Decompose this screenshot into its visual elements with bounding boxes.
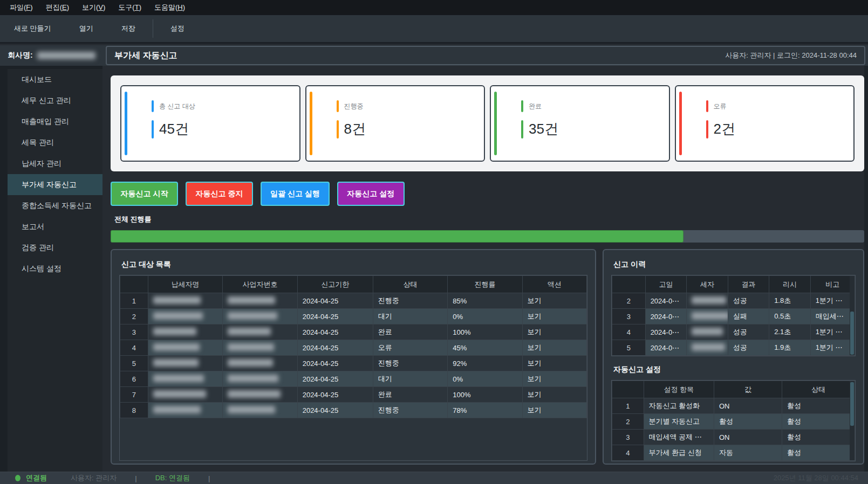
menu-item[interactable]: 파일(F) — [3, 0, 39, 15]
stat-accent-bar — [310, 92, 312, 155]
menu-item[interactable]: 편집(E) — [39, 0, 76, 15]
table-cell: 1.9초 — [769, 340, 811, 356]
table-cell: 2024-04-25 — [297, 340, 373, 356]
stat-value-tick — [706, 120, 708, 139]
row-number-cell: 4 — [612, 324, 646, 340]
redacted-cell — [148, 387, 222, 403]
action-button[interactable]: 자동신고 설정 — [337, 182, 405, 206]
redacted-cell — [148, 356, 222, 371]
toolbar-settings-button[interactable]: 설정 — [156, 15, 199, 42]
sidebar-item[interactable]: 세목 관리 — [8, 132, 102, 153]
table-row[interactable]: 22024-0⋯성공1.8초1분기 ⋯ — [612, 293, 855, 309]
history-table-scrollbar[interactable] — [850, 276, 855, 355]
sidebar-item[interactable]: 세무 신고 관리 — [8, 90, 102, 111]
window-scrollbar[interactable] — [864, 66, 868, 472]
stat-value: 45건 — [159, 120, 189, 139]
view-action-cell[interactable]: 보기 — [522, 324, 586, 340]
sidebar-item[interactable]: 검증 관리 — [8, 237, 102, 258]
table-header-cell: 상태 — [782, 381, 855, 398]
table-header-cell: 설정 항목 — [644, 381, 714, 398]
sidebar-item[interactable]: 보고서 — [8, 216, 102, 237]
table-cell: 2024-0⋯ — [645, 340, 687, 356]
table-cell: 92% — [448, 356, 522, 371]
user-login-info: 사용자: 관리자 | 로그인: 2024-11-28 00:44 — [725, 51, 857, 60]
sidebar-item[interactable]: 납세자 관리 — [8, 153, 102, 174]
table-row[interactable]: 72024-04-25완료100%보기 — [120, 387, 587, 403]
table-row[interactable]: 52024-0⋯성공1.9초1분기 ⋯ — [612, 340, 855, 356]
table-cell: 진행중 — [373, 403, 447, 418]
settings-table-scrollbar[interactable] — [850, 381, 855, 460]
view-action-cell[interactable]: 보기 — [522, 293, 586, 309]
redacted-cell — [223, 293, 297, 309]
row-number-cell: 2 — [120, 309, 148, 324]
status-bar: 연결됨 사용자: 관리자 | DB: 연결됨 | 2025년 11월 28일 0… — [0, 472, 868, 484]
table-header-cell: 결과 — [728, 276, 769, 293]
table-cell: 매입세액 공제 ⋯ — [644, 430, 714, 445]
table-row[interactable]: 32024-0⋯실패0.5초매입세⋯ — [612, 309, 855, 324]
sidebar-item[interactable]: 시스템 설정 — [8, 258, 102, 279]
toolbar-button[interactable]: 저장 — [107, 15, 149, 42]
redacted-cell — [148, 324, 222, 340]
view-action-cell[interactable]: 보기 — [522, 356, 586, 371]
table-row[interactable]: 4부가세 환급 신청자동활성 — [612, 445, 855, 461]
view-action-cell[interactable]: 보기 — [522, 371, 586, 387]
overall-progress-bar — [111, 230, 864, 243]
progress-label: 전체 진행률 — [114, 215, 152, 224]
redacted-cell — [148, 340, 222, 356]
table-header-cell: 값 — [714, 381, 782, 398]
menu-item[interactable]: 보기(V) — [76, 0, 112, 15]
status-db: DB: 연결됨 — [155, 473, 190, 483]
table-row[interactable]: 1자동신고 활성화ON활성 — [612, 398, 855, 414]
action-button[interactable]: 일괄 신고 실행 — [261, 182, 330, 206]
toolbar: 새로 만들기열기저장설정 — [0, 15, 868, 44]
toolbar-button[interactable]: 열기 — [65, 15, 107, 42]
view-action-cell[interactable]: 보기 — [522, 309, 586, 324]
view-action-cell[interactable]: 보기 — [522, 387, 586, 403]
table-row[interactable]: 52024-04-25진행중92%보기 — [120, 356, 587, 371]
redacted-text — [228, 359, 273, 367]
data-table: 설정 항목값상태1자동신고 활성화ON활성2분기별 자동신고활성활성3매입세액 … — [612, 381, 855, 461]
table-header-cell: 사업자번호 — [223, 276, 297, 293]
table-row[interactable]: 32024-04-25완료100%보기 — [120, 324, 587, 340]
table-cell: 2024-04-25 — [297, 371, 373, 387]
settings-scrollbar-thumb[interactable] — [850, 382, 854, 426]
table-row[interactable]: 2분기별 자동신고활성활성 — [612, 414, 855, 430]
table-row[interactable]: 3매입세액 공제 ⋯ON활성 — [612, 430, 855, 445]
sidebar-item[interactable]: 부가세 자동신고 — [8, 174, 102, 195]
toolbar-separator — [153, 19, 153, 38]
menu-item[interactable]: 도구(T) — [112, 0, 148, 15]
table-row[interactable]: 22024-04-25대기0%보기 — [120, 309, 587, 324]
sidebar-item[interactable]: 종합소득세 자동신고 — [8, 195, 102, 216]
stat-label: 총 신고 대상 — [159, 102, 195, 111]
sidebar-item[interactable]: 매출매입 관리 — [8, 111, 102, 132]
redacted-text — [692, 328, 723, 335]
title-panel: 부가세 자동신고 사용자: 관리자 | 로그인: 2024-11-28 00:4… — [106, 46, 865, 65]
header: 회사명: 부가세 자동신고 사용자: 관리자 | 로그인: 2024-11-28… — [0, 45, 868, 66]
app-window: 파일(F)편집(E)보기(V)도구(T)도움말(H) 새로 만들기열기저장설정 … — [0, 0, 868, 484]
action-button[interactable]: 자동신고 시작 — [111, 182, 178, 206]
table-row[interactable]: 12024-04-25진행중85%보기 — [120, 293, 587, 309]
redacted-text — [228, 390, 281, 398]
history-scrollbar-thumb[interactable] — [850, 312, 854, 354]
table-header-cell: 세자 — [687, 276, 728, 293]
table-row[interactable]: 42024-04-25오류45%보기 — [120, 340, 587, 356]
menu-item[interactable]: 도움말(H) — [148, 0, 192, 15]
redacted-text — [153, 296, 201, 304]
table-cell: 100% — [448, 324, 522, 340]
table-header-cell: 리시 — [769, 276, 811, 293]
table-row[interactable]: 82024-04-25진행중78%보기 — [120, 403, 587, 418]
view-action-cell[interactable]: 보기 — [522, 340, 586, 356]
table-row[interactable]: 62024-04-25대기0%보기 — [120, 371, 587, 387]
toolbar-button[interactable]: 새로 만들기 — [0, 15, 65, 42]
table-row[interactable]: 42024-0⋯성공2.1초1분기 ⋯ — [612, 324, 855, 340]
menu-bar: 파일(F)편집(E)보기(V)도구(T)도움말(H) — [0, 0, 868, 15]
row-number-cell: 3 — [612, 309, 646, 324]
stat-label-tick — [152, 100, 154, 112]
action-button[interactable]: 자동신고 중지 — [186, 182, 253, 206]
table-cell: 자동 — [714, 445, 782, 461]
view-action-cell[interactable]: 보기 — [522, 403, 586, 418]
stat-card: 진행중8건 — [305, 85, 486, 162]
sidebar-item[interactable]: 대시보드 — [8, 69, 102, 90]
table-cell: 0% — [448, 371, 522, 387]
report-table: 납세자명사업자번호신고기한상태진행률액션12024-04-25진행중85%보기2… — [119, 275, 587, 461]
